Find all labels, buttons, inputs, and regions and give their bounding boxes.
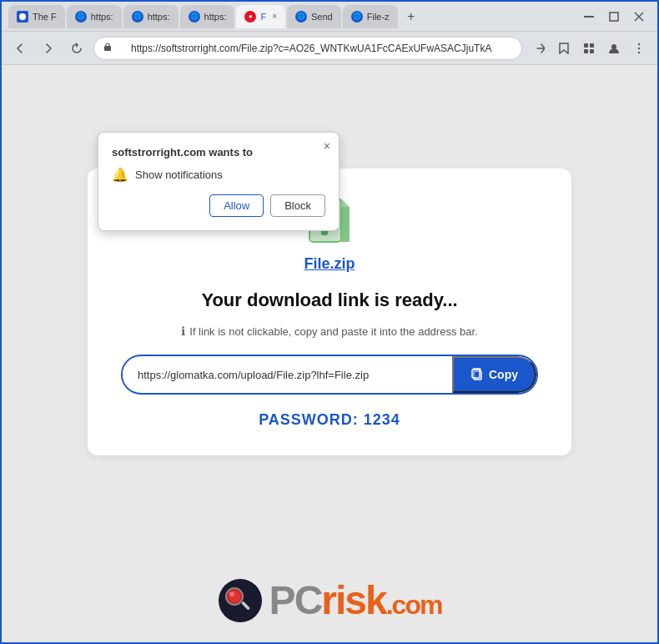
svg-point-15 — [638, 51, 640, 53]
svg-marker-7 — [560, 43, 568, 53]
bookmark-button[interactable] — [552, 37, 576, 60]
tab-3[interactable]: 🌐 https: — [123, 5, 179, 28]
svg-marker-18 — [341, 199, 350, 207]
tab-6[interactable]: 🌐 Send — [287, 5, 341, 28]
svg-rect-19 — [341, 207, 350, 242]
link-container: https://glomatka.com/upload/File.zip?lhf… — [121, 355, 538, 395]
info-text-label: If link is not clickable, copy and paste… — [189, 325, 477, 338]
refresh-button[interactable] — [65, 37, 88, 60]
tab-1[interactable]: The F — [8, 5, 65, 28]
dot-com: .com — [386, 590, 442, 620]
tab-5-label: F — [260, 12, 266, 22]
svg-rect-25 — [472, 370, 480, 378]
tab-5-active[interactable]: ● F × — [236, 5, 285, 28]
download-headline: Your download link is ready... — [201, 289, 457, 311]
new-tab-button[interactable]: + — [400, 5, 423, 28]
notification-popup: × softstrorright.com wants to 🔔 Show not… — [98, 132, 340, 231]
block-button[interactable]: Block — [270, 194, 325, 217]
tab-1-label: The F — [33, 12, 57, 22]
tab-2[interactable]: 🌐 https: — [67, 5, 122, 28]
close-button[interactable] — [627, 8, 651, 25]
address-text: https://softstrorright.com/File.zip?c=AO… — [131, 43, 491, 54]
svg-rect-8 — [584, 43, 588, 48]
title-bar: The F 🌐 https: 🌐 https: 🌐 https: — [2, 2, 657, 32]
tab-4-label: https: — [204, 12, 227, 22]
popup-buttons: Allow Block — [112, 194, 325, 217]
svg-rect-6 — [104, 46, 111, 51]
pc-letters: PC — [269, 578, 322, 622]
password-text: PASSWORD: 1234 — [259, 411, 400, 429]
bell-icon: 🔔 — [112, 167, 128, 183]
info-text: ℹ If link is not clickable, copy and pas… — [181, 325, 477, 338]
svg-rect-11 — [590, 49, 594, 53]
svg-rect-2 — [610, 13, 618, 21]
tab-3-label: https: — [148, 12, 170, 22]
svg-point-14 — [638, 47, 640, 48]
forward-button[interactable] — [37, 37, 60, 60]
address-input[interactable]: https://softstrorright.com/File.zip?c=AO… — [93, 37, 522, 60]
info-icon: ℹ — [181, 325, 185, 338]
popup-title: softstrorright.com wants to — [112, 146, 325, 158]
share-button[interactable] — [527, 37, 551, 60]
allow-button[interactable]: Allow — [209, 194, 264, 217]
extensions-button[interactable] — [577, 37, 601, 60]
svg-rect-9 — [590, 43, 594, 48]
pcrisk-logo-icon — [218, 578, 263, 623]
svg-point-13 — [638, 43, 640, 44]
back-button[interactable] — [8, 37, 32, 60]
lock-icon — [103, 42, 113, 54]
browser-window: The F 🌐 https: 🌐 https: 🌐 https: — [0, 0, 659, 644]
maximize-button[interactable] — [602, 8, 626, 25]
tab-7-label: File-z — [367, 12, 390, 22]
svg-point-29 — [229, 591, 234, 596]
pcrisk-text: PCrisk.com — [269, 581, 442, 621]
copy-label: Copy — [489, 368, 518, 381]
profile-button[interactable] — [602, 37, 626, 60]
copy-button[interactable]: Copy — [452, 356, 536, 393]
tab-6-label: Send — [311, 12, 333, 22]
svg-rect-10 — [584, 49, 588, 53]
content-area: × softstrorright.com wants to 🔔 Show not… — [2, 65, 657, 559]
tab-list: The F 🌐 https: 🌐 https: 🌐 https: — [8, 5, 571, 28]
minimize-button[interactable] — [577, 8, 601, 25]
link-url-text: https://glomatka.com/upload/File.zip?lhf… — [123, 359, 452, 391]
popup-notification-item: 🔔 Show notifications — [112, 167, 325, 183]
file-name[interactable]: File.zip — [304, 255, 355, 273]
menu-button[interactable] — [627, 37, 651, 60]
address-bar: https://softstrorright.com/File.zip?c=AO… — [2, 32, 657, 65]
popup-item-text: Show notifications — [135, 169, 223, 181]
pcrisk-logo: PCrisk.com — [218, 578, 442, 623]
tab-4[interactable]: 🌐 https: — [180, 5, 235, 28]
tab-5-close[interactable]: × — [272, 12, 277, 21]
window-controls — [577, 8, 651, 25]
svg-point-0 — [19, 13, 26, 20]
copy-icon — [470, 368, 484, 381]
footer: PCrisk.com — [2, 559, 657, 642]
svg-rect-1 — [584, 16, 594, 18]
tab-2-label: https: — [91, 12, 113, 22]
popup-close-button[interactable]: × — [324, 139, 330, 153]
risk-letters: risk — [321, 578, 385, 622]
address-actions — [527, 37, 651, 60]
svg-marker-5 — [76, 43, 78, 48]
tab-7[interactable]: 🌐 File-z — [343, 5, 398, 28]
